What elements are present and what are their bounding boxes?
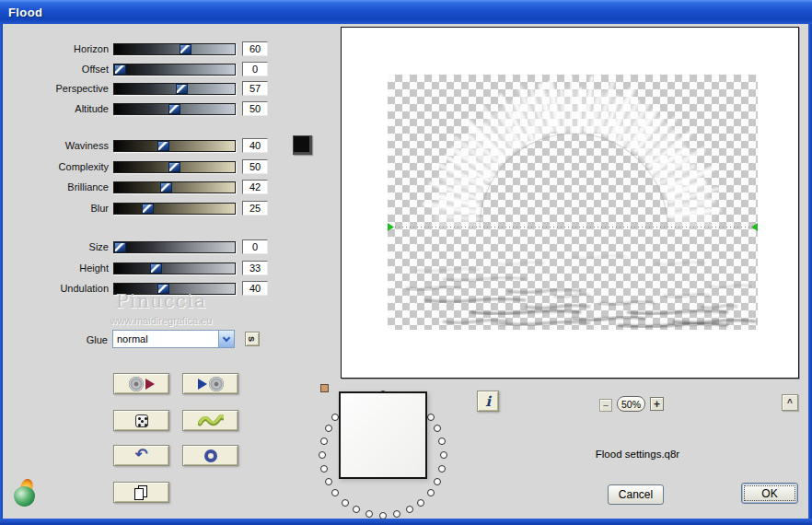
waviness-label: Waviness: [0, 140, 109, 151]
dice-icon: [135, 414, 148, 427]
waviness-value-input[interactable]: [242, 138, 268, 153]
memory-dot[interactable]: [365, 510, 373, 518]
color-swatch[interactable]: [293, 135, 312, 155]
reset-button[interactable]: [182, 445, 238, 466]
height-value-input[interactable]: [242, 261, 268, 275]
size-slider-handle[interactable]: [114, 242, 126, 252]
cancel-button[interactable]: Cancel: [608, 484, 664, 505]
height-slider[interactable]: [113, 262, 236, 274]
blur-label: Blur: [0, 203, 109, 214]
memory-dot[interactable]: [379, 512, 387, 519]
offset-slider-handle[interactable]: [114, 64, 126, 75]
undo-button[interactable]: ↶: [113, 445, 169, 466]
zoom-out-button[interactable]: −: [599, 399, 612, 412]
horizon-label: Horizon: [0, 43, 109, 54]
altitude-value-input[interactable]: [242, 101, 268, 116]
glue-selected-value: normal: [113, 333, 218, 344]
memory-dot[interactable]: [393, 510, 400, 518]
complexity-slider-handle[interactable]: [168, 162, 180, 172]
size-value-input[interactable]: [242, 239, 268, 254]
wave-squiggle-icon: [198, 414, 224, 427]
flaming-pear-logo-icon: [13, 480, 41, 508]
info-button[interactable]: i: [477, 391, 499, 412]
glue-dropdown[interactable]: normal: [112, 330, 235, 348]
perspective-value-input[interactable]: [242, 81, 268, 96]
copy-button[interactable]: [113, 482, 169, 503]
memory-dot[interactable]: [320, 465, 328, 472]
undulation-value-input[interactable]: [242, 281, 268, 296]
perspective-label: Perspective: [0, 83, 109, 94]
flood-preview-image: [388, 75, 758, 330]
slider-row-size: Size: [0, 239, 276, 254]
save-settings-button[interactable]: [182, 373, 238, 394]
ring-icon: [204, 449, 217, 462]
horizon-marker-left[interactable]: [388, 223, 394, 231]
horizon-slider[interactable]: [113, 43, 236, 55]
window-border-right: [808, 24, 812, 525]
slider-row-brilliance: Brilliance: [0, 180, 276, 194]
memory-dot[interactable]: [417, 499, 424, 507]
blur-slider-handle[interactable]: [142, 204, 154, 214]
memory-dot[interactable]: [320, 438, 328, 445]
memory-dot[interactable]: [434, 478, 441, 485]
offset-value-input[interactable]: [242, 62, 268, 76]
altitude-label: Altitude: [0, 103, 109, 114]
perspective-slider[interactable]: [113, 83, 236, 95]
horizon-slider-handle[interactable]: [180, 44, 191, 54]
memory-dot[interactable]: [427, 489, 435, 496]
brilliance-slider[interactable]: [113, 181, 236, 193]
waviness-slider-handle[interactable]: [157, 141, 169, 151]
preview-panel: [341, 27, 799, 379]
size-label: Size: [0, 241, 109, 252]
waviness-slider[interactable]: [113, 140, 236, 152]
memory-dot[interactable]: [319, 451, 326, 459]
window-title: Flood: [0, 6, 42, 19]
memory-dot[interactable]: [325, 478, 332, 485]
glue-dropdown-button[interactable]: [218, 331, 234, 347]
offset-slider[interactable]: [113, 64, 236, 76]
red-arrow-icon: [145, 379, 155, 390]
brilliance-value-input[interactable]: [242, 180, 268, 194]
glue-label: Glue: [55, 334, 108, 345]
glue-style-button[interactable]: s: [245, 332, 260, 346]
memory-dot[interactable]: [342, 499, 349, 507]
slider-row-horizon: Horizon: [0, 41, 276, 56]
memory-dot[interactable]: [331, 489, 339, 496]
brilliance-slider-handle[interactable]: [160, 182, 172, 192]
slider-row-offset: Offset: [0, 62, 276, 76]
memory-dot[interactable]: [438, 465, 446, 472]
slider-row-blur: Blur: [0, 201, 276, 216]
open-settings-button[interactable]: [113, 373, 169, 394]
memory-dot[interactable]: [427, 414, 435, 421]
blur-slider[interactable]: [113, 203, 236, 215]
memory-dot[interactable]: [434, 425, 441, 432]
randomize-button[interactable]: [113, 410, 169, 431]
height-slider-handle[interactable]: [150, 263, 162, 274]
slider-row-perspective: Perspective: [0, 81, 276, 96]
offset-label: Offset: [0, 64, 109, 75]
watermark-name: Pinuccia: [92, 290, 230, 312]
perspective-slider-handle[interactable]: [176, 84, 188, 94]
complexity-value-input[interactable]: [242, 159, 268, 174]
memory-preview-square[interactable]: [339, 391, 427, 479]
memory-dot[interactable]: [440, 451, 447, 459]
memory-dot[interactable]: [406, 506, 413, 513]
blur-value-input[interactable]: [242, 201, 268, 216]
horizon-value-input[interactable]: [242, 41, 268, 56]
altitude-slider[interactable]: [113, 103, 236, 115]
memory-dot[interactable]: [353, 506, 360, 513]
zoom-in-button[interactable]: +: [650, 397, 664, 411]
watermark-site: www.maidiregrafica.eu: [69, 315, 253, 326]
titlebar[interactable]: Flood: [0, 0, 812, 24]
memory-dot[interactable]: [325, 425, 332, 432]
size-slider[interactable]: [113, 241, 236, 253]
horizon-marker-right[interactable]: [751, 223, 758, 231]
memory-dots-ring: [313, 385, 455, 525]
expand-button[interactable]: ^: [782, 394, 798, 411]
ok-button[interactable]: OK: [741, 483, 798, 504]
complexity-slider[interactable]: [113, 161, 236, 173]
preview-canvas[interactable]: [388, 75, 758, 330]
memory-dot[interactable]: [438, 438, 446, 445]
altitude-slider-handle[interactable]: [168, 104, 180, 114]
random-wave-button[interactable]: [182, 410, 238, 431]
